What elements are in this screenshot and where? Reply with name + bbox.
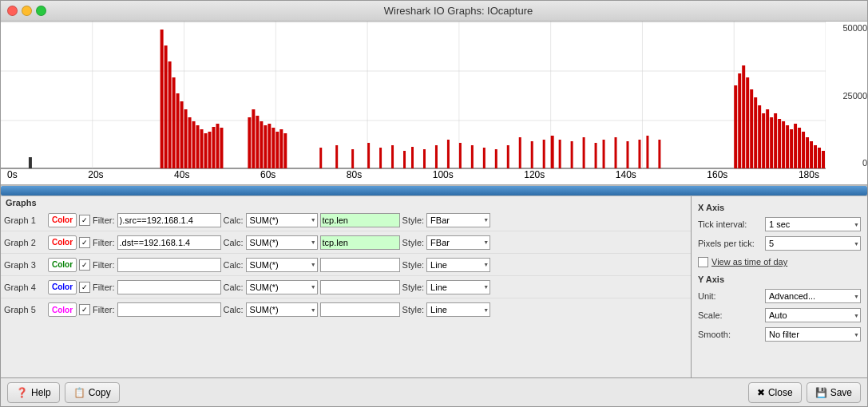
smooth-row: Smooth: No filter MA(2) <box>698 326 861 343</box>
unit-select[interactable]: Advanced... <box>765 289 861 303</box>
svg-rect-78 <box>766 109 769 168</box>
help-button[interactable]: ❓ Help <box>7 382 60 403</box>
graph-2-calc-input[interactable] <box>320 235 400 250</box>
svg-rect-81 <box>778 119 781 168</box>
graph-2-filter-input[interactable] <box>117 235 221 250</box>
svg-rect-49 <box>447 140 450 168</box>
graph-3-checkbox[interactable]: ✓ <box>79 259 90 271</box>
graph-3-style-select[interactable]: Line <box>426 258 490 272</box>
graph-1-color[interactable]: Color <box>48 213 77 227</box>
svg-rect-88 <box>806 137 809 168</box>
close-traffic-light[interactable] <box>7 6 18 16</box>
graph-4-filter-input[interactable] <box>117 280 221 294</box>
svg-rect-39 <box>319 148 322 168</box>
svg-rect-53 <box>495 149 497 168</box>
y-axis-title: Y Axis <box>698 275 861 284</box>
pixels-per-tick-select[interactable]: 5 1 2 10 <box>765 236 861 251</box>
svg-rect-41 <box>351 149 354 168</box>
graph-2-checkbox[interactable]: ✓ <box>79 237 90 248</box>
svg-rect-59 <box>559 140 561 168</box>
graph-5-calc-select[interactable]: SUM(*) <box>246 302 318 317</box>
svg-rect-86 <box>798 128 801 168</box>
graph-1-style-label: Style: <box>402 215 425 225</box>
view-as-time-checkbox[interactable] <box>698 257 708 267</box>
graph-svg <box>1 22 826 169</box>
scale-select[interactable]: Auto Log <box>765 308 861 322</box>
x-label-100: 100s <box>433 169 454 180</box>
svg-rect-45 <box>403 151 406 168</box>
y-label-top: 50000 <box>826 23 867 33</box>
graph-1-label: Graph 1 <box>4 215 46 225</box>
graph-4-checkbox[interactable]: ✓ <box>79 282 90 293</box>
svg-rect-62 <box>595 143 597 168</box>
svg-rect-79 <box>770 117 773 168</box>
svg-rect-73 <box>746 77 749 168</box>
svg-rect-18 <box>180 101 184 168</box>
graph-4-color[interactable]: Color <box>48 280 77 294</box>
svg-rect-48 <box>435 145 438 168</box>
graph-3-color[interactable]: Color <box>48 258 77 272</box>
graphs-section-title: Graphs <box>1 196 691 209</box>
x-label-160: 160s <box>707 169 727 180</box>
maximize-traffic-light[interactable] <box>36 6 46 16</box>
save-button[interactable]: 💾 Save <box>807 382 861 403</box>
graph-5-color[interactable]: Color <box>48 302 77 317</box>
graph-4-calc-select[interactable]: SUM(*) <box>246 280 318 294</box>
graph-1-style-select[interactable]: FBar <box>426 213 490 227</box>
graph-3-filter-input[interactable] <box>117 258 221 272</box>
svg-rect-15 <box>168 61 172 168</box>
graph-area: 50000 25000 0 0s 20s 40s 60s 80s 100s 12… <box>1 22 867 185</box>
smooth-label: Smooth: <box>698 330 762 339</box>
x-label-120: 120s <box>524 169 545 180</box>
svg-rect-75 <box>754 97 757 168</box>
graph-5-filter-input[interactable] <box>117 302 221 317</box>
svg-rect-30 <box>252 109 255 168</box>
graph-5-style-select[interactable]: Line <box>426 302 490 317</box>
tick-interval-select[interactable]: 1 sec 5 sec 10 sec <box>765 217 861 231</box>
graph-2-color[interactable]: Color <box>48 235 77 250</box>
x-label-20: 20s <box>88 169 103 180</box>
scrollbar[interactable] <box>1 185 867 196</box>
svg-rect-46 <box>411 147 414 168</box>
svg-rect-35 <box>271 128 275 168</box>
graph-5-checkbox[interactable]: ✓ <box>79 304 90 315</box>
x-label-40: 40s <box>174 169 189 180</box>
graph-1-calc-input[interactable] <box>320 213 400 227</box>
graph-row-1: Graph 1 Color ✓ Filter: Calc: SUM(*) Sty… <box>1 209 691 231</box>
scrollbar-thumb[interactable] <box>1 186 867 196</box>
graph-1-checkbox[interactable]: ✓ <box>79 215 90 226</box>
close-button[interactable]: ✖ Close <box>748 382 802 403</box>
graph-row-2: Graph 2 Color ✓ Filter: Calc: SUM(*) Sty… <box>1 231 691 254</box>
svg-rect-40 <box>335 145 338 168</box>
graph-2-style-label: Style: <box>402 238 425 247</box>
svg-rect-50 <box>459 143 462 168</box>
graph-3-calc-select[interactable]: SUM(*) <box>246 258 318 272</box>
graph-5-calc-input[interactable] <box>320 302 400 317</box>
graph-1-calc-select[interactable]: SUM(*) <box>246 213 318 227</box>
graph-1-calc-label: Calc: <box>224 215 244 225</box>
x-label-180: 180s <box>799 169 819 180</box>
graph-2-filter-label: Filter: <box>93 238 115 247</box>
svg-rect-83 <box>786 125 789 168</box>
traffic-lights <box>7 6 46 16</box>
tick-interval-row: Tick interval: 1 sec 5 sec 10 sec <box>698 215 861 233</box>
graph-1-filter-input[interactable] <box>117 213 221 227</box>
svg-rect-25 <box>208 132 211 168</box>
svg-rect-72 <box>742 65 745 168</box>
svg-rect-28 <box>220 128 223 168</box>
graph-4-style-label: Style: <box>402 283 425 292</box>
y-label-mid: 25000 <box>826 91 867 101</box>
graph-2-style-select[interactable]: FBar <box>426 235 490 250</box>
smooth-select[interactable]: No filter MA(2) <box>765 327 861 342</box>
svg-rect-19 <box>184 109 188 168</box>
copy-button[interactable]: 📋 Copy <box>65 382 120 403</box>
graph-4-calc-input[interactable] <box>320 280 400 294</box>
svg-rect-44 <box>391 145 394 168</box>
graph-4-style-select[interactable]: Line <box>426 280 490 294</box>
svg-rect-76 <box>758 105 761 168</box>
graph-2-calc-select[interactable]: SUM(*) <box>246 235 318 250</box>
graph-3-calc-input[interactable] <box>320 258 400 272</box>
svg-rect-33 <box>264 125 267 168</box>
minimize-traffic-light[interactable] <box>22 6 32 16</box>
bottom-section: Graphs Graph 1 Color ✓ Filter: Calc: SUM… <box>1 196 867 377</box>
